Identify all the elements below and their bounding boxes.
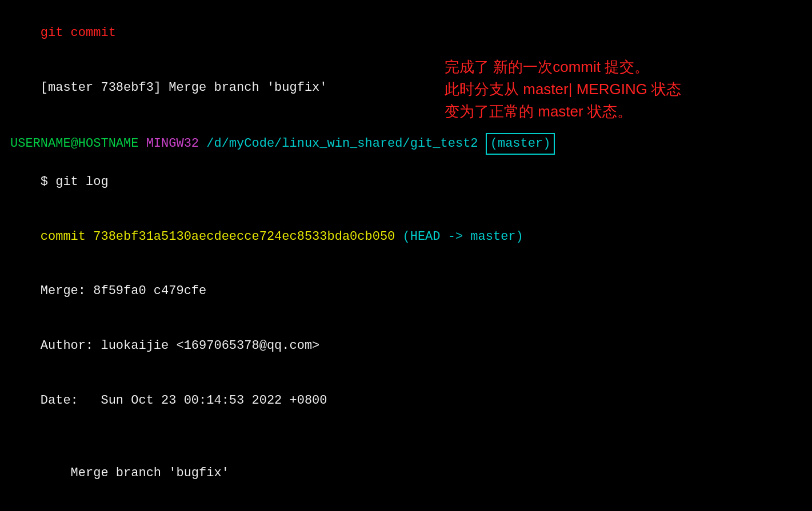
prompt-path: /d/myCode/linux_win_shared/git_test2 <box>206 136 478 151</box>
commit1-msg-line: Merge branch 'bugfix' <box>10 446 802 501</box>
terminal-window: git commit [master 738ebf3] Merge branch… <box>10 6 802 511</box>
commit-result-text: [master 738ebf3] Merge branch 'bugfix' <box>41 81 327 95</box>
prompt-user: USERNAME@HOSTNAME <box>10 136 138 151</box>
commit1-author-line: Author: luokaijie <1697065378@qq.com> <box>10 319 802 373</box>
prompt-space <box>138 136 146 151</box>
prompt-mingw: MINGW32 <box>146 136 199 151</box>
commit1-author: Author: luokaijie <1697065378@qq.com> <box>41 339 319 353</box>
commit1-hash-line: commit 738ebf31a5130aecdeecce724ec8533bd… <box>10 210 802 264</box>
git-commit-cmd: git commit <box>41 26 116 40</box>
commit-result-line: [master 738ebf3] Merge branch 'bugfix' <box>10 61 802 115</box>
commit1-msg: Merge branch 'bugfix' <box>41 466 229 480</box>
git-commit-line: git commit <box>10 6 802 61</box>
prompt-line: USERNAME@HOSTNAME MINGW32 /d/myCode/linu… <box>10 133 802 155</box>
git-log-cmd: $ git log <box>41 175 109 189</box>
blank-line-2 <box>10 428 802 446</box>
commit1-date: Date: Sun Oct 23 00:14:53 2022 +0800 <box>41 393 327 408</box>
prompt-space3 <box>478 136 486 151</box>
blank-line-3 <box>10 501 802 511</box>
commit1-hash: commit 738ebf31a5130aecdeecce724ec8533bd… <box>41 230 403 244</box>
commit1-date-line: Date: Sun Oct 23 00:14:53 2022 +0800 <box>10 373 802 428</box>
prompt-space2 <box>199 136 206 151</box>
commit1-merge: Merge: 8f59fa0 c479cfe <box>41 284 206 298</box>
commit1-head-ref: (HEAD -> master) <box>403 230 523 244</box>
blank-line-1 <box>10 115 802 133</box>
git-log-cmd-line: $ git log <box>10 155 802 210</box>
commit1-merge-line: Merge: 8f59fa0 c479cfe <box>10 264 802 319</box>
master-branch-badge: (master) <box>486 133 555 155</box>
